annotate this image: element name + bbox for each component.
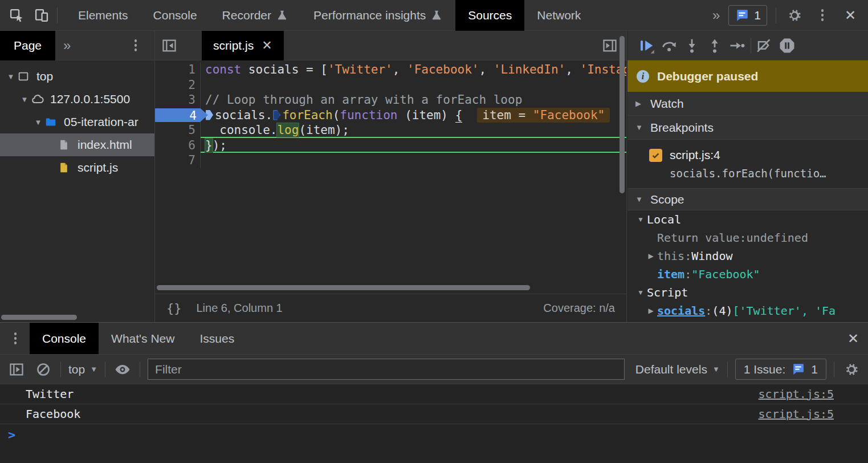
divider [140, 362, 140, 377]
tree-item-label: index.html [78, 138, 132, 152]
drawer-tab-issues[interactable]: Issues [187, 323, 247, 354]
code-line-3: 3// Loop through an array with a forEach… [155, 92, 626, 108]
hide-navigator-icon[interactable] [160, 36, 179, 55]
code-line-content [201, 153, 626, 168]
expand-arrow-icon[interactable]: ▶ [645, 307, 657, 315]
scope-token: ['Twitter', 'Fa [732, 304, 836, 318]
more-navigator-tabs-icon[interactable]: » [63, 38, 71, 54]
pause-on-exceptions-icon[interactable] [777, 36, 797, 55]
section-scope[interactable]: ▼ Scope [627, 189, 868, 210]
sidebar-horizontal-scrollbar[interactable] [1, 315, 77, 320]
expand-arrow-icon[interactable]: ▼ [5, 72, 17, 81]
show-debugger-sidebar-icon[interactable] [600, 36, 620, 55]
settings-gear-icon[interactable] [785, 6, 804, 25]
console-prompt[interactable]: > [0, 424, 868, 445]
code-editor[interactable]: 1const socials = ['Twitter', 'Facebook',… [155, 60, 626, 294]
inspect-element-icon[interactable] [7, 6, 26, 25]
tab-elements[interactable]: Elements [66, 0, 141, 31]
breakpoint-location: script.js:4 [670, 148, 720, 162]
breakpoint-entry[interactable]: script.js:4 socials.forEach(functio… [627, 140, 868, 189]
deactivate-breakpoints-icon[interactable] [755, 36, 774, 55]
tab-console[interactable]: Console [141, 0, 210, 31]
drawer-tab-console[interactable]: Console [30, 323, 99, 354]
scope-token: item [657, 267, 684, 281]
kebab-menu-icon[interactable] [813, 6, 832, 25]
editor-horizontal-scrollbar[interactable] [157, 285, 530, 290]
more-tabs-icon[interactable]: » [712, 7, 720, 23]
tab-sources[interactable]: Sources [455, 0, 524, 31]
scope-token: : [684, 267, 691, 281]
console-settings-gear-icon[interactable] [842, 360, 861, 379]
tree-item-05-iteration-ar[interactable]: ▼05-iteration-ar [0, 111, 154, 133]
tree-item-script-js[interactable]: script.js [0, 156, 154, 179]
close-devtools-button[interactable]: ✕ [841, 6, 860, 25]
live-expression-eye-icon[interactable] [113, 360, 132, 379]
editor-vertical-scrollbar[interactable] [620, 36, 625, 193]
code-token: { [455, 108, 463, 123]
line-number-gutter[interactable]: 7 [155, 153, 201, 168]
step-out-icon[interactable] [705, 36, 724, 55]
tab-performance-insights[interactable]: Performance insights [301, 0, 455, 31]
breakpoints-label: Breakpoints [650, 121, 714, 135]
drawer-kebab-menu-icon[interactable] [6, 329, 25, 348]
line-number-gutter[interactable]: 4 [155, 108, 201, 123]
scope-token: "Facebook" [691, 267, 760, 281]
pretty-print-icon[interactable]: {} [166, 301, 182, 315]
source-editor-panel: script.js ✕ 1const socials = ['Twitter',… [155, 31, 627, 322]
expand-arrow-icon[interactable]: ▼ [18, 95, 31, 104]
expand-arrow-icon[interactable]: ▼ [32, 118, 44, 127]
code-token: (item); [299, 123, 349, 137]
tab-network[interactable]: Network [524, 0, 593, 31]
paused-banner-label: Debugger paused [657, 70, 758, 83]
resume-script-icon[interactable] [637, 36, 656, 55]
expand-arrow-icon[interactable]: ▼ [634, 289, 647, 297]
coverage-status: Coverage: n/a [543, 302, 615, 315]
line-number-gutter[interactable]: 3 [155, 92, 201, 108]
close-tab-icon[interactable]: ✕ [262, 38, 272, 53]
drawer-tab-what-s-new[interactable]: What's New [99, 323, 187, 354]
issues-button[interactable]: 1 Issue: 1 [735, 359, 826, 380]
step-into-icon[interactable] [682, 36, 702, 55]
device-toolbar-icon[interactable] [32, 6, 51, 25]
tree-item-127-0-0-1-5500[interactable]: ▼127.0.0.1:5500 [0, 88, 154, 111]
issues-count: 1 [754, 9, 761, 22]
inline-breakpoint-marker-icon[interactable] [273, 110, 280, 120]
line-number-gutter[interactable]: 2 [155, 78, 201, 93]
code-line-7: 7 [155, 153, 626, 168]
clear-console-icon[interactable] [34, 360, 53, 379]
scope-token: (4) [712, 304, 732, 318]
section-watch[interactable]: ▶ Watch [627, 92, 868, 116]
editor-tab-scriptjs[interactable]: script.js ✕ [202, 31, 284, 60]
tree-item-top[interactable]: ▼top [0, 65, 154, 88]
scope-row: Return value: undefined [627, 229, 868, 247]
issues-counter-button[interactable]: 1 [728, 5, 767, 26]
chevron-down-icon: ▼ [635, 195, 645, 204]
chevron-down-icon: ▼ [712, 365, 720, 373]
navigator-kebab-menu-icon[interactable] [126, 36, 145, 55]
console-filter-input[interactable] [148, 359, 625, 380]
step-icon[interactable] [728, 36, 747, 55]
code-token: 'Twitter' [328, 63, 393, 76]
line-number-gutter[interactable]: 1 [155, 62, 201, 78]
expand-arrow-icon[interactable]: ▼ [634, 216, 647, 224]
code-line-content: console.log(item); [201, 123, 626, 138]
source-location-link[interactable]: script.js:5 [759, 387, 834, 401]
line-number-gutter[interactable]: 5 [155, 123, 201, 138]
expand-arrow-icon[interactable]: ▶ [645, 252, 657, 260]
step-over-icon[interactable] [659, 36, 679, 55]
tab-page[interactable]: Page [0, 31, 55, 60]
divider [60, 362, 61, 377]
code-token: socials. [215, 108, 272, 122]
context-selector[interactable]: top ▼ [68, 363, 97, 376]
tab-recorder[interactable]: Recorder [210, 0, 301, 31]
section-breakpoints[interactable]: ▼ Breakpoints [627, 116, 868, 140]
line-number-gutter[interactable]: 6 [155, 138, 201, 153]
breakpoint-checkbox[interactable] [649, 149, 662, 162]
console-sidebar-icon[interactable] [7, 360, 26, 379]
tree-item-index-html[interactable]: index.html [0, 133, 154, 156]
console-toolbar: top ▼ Default levels ▼ 1 Issue: 1 [0, 354, 868, 384]
close-drawer-icon[interactable]: ✕ [847, 331, 859, 347]
prompt-chevron-icon: > [8, 428, 15, 442]
source-location-link[interactable]: script.js:5 [759, 407, 834, 421]
log-levels-dropdown[interactable]: Default levels ▼ [635, 363, 720, 376]
